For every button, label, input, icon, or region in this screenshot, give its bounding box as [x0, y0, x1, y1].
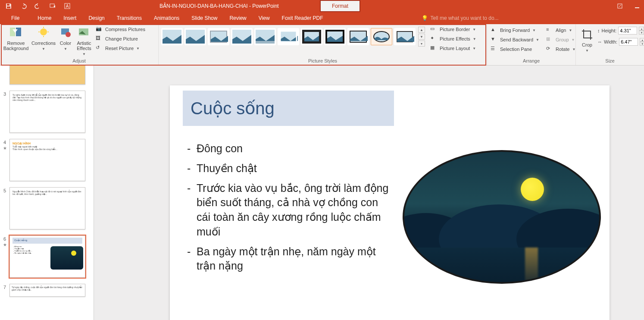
slide-number-7: 7	[3, 285, 6, 290]
picture-layout-button[interactable]: ▦Picture Layout ▼	[430, 44, 476, 53]
slide-body[interactable]: -Đông con -Thuyền chật -Trước kia vào vụ…	[187, 141, 390, 279]
picture-style-7[interactable]	[301, 28, 322, 45]
slide-picture-oval[interactable]	[403, 150, 601, 284]
effects-icon: ✦	[430, 35, 437, 42]
slide-thumbnail-panel[interactable]: 3 Ta nghe được trong lời kể của người đà…	[0, 66, 94, 320]
save-icon[interactable]	[5, 3, 12, 9]
picture-style-beveled-oval-black[interactable]	[371, 28, 392, 45]
height-down[interactable]: ▼	[639, 31, 644, 35]
picture-border-button[interactable]: ▭Picture Border ▼	[430, 25, 476, 34]
selection-pane-button[interactable]: ☰Selection Pane	[491, 45, 539, 53]
align-icon: ≡	[546, 27, 553, 34]
picture-style-3[interactable]	[208, 28, 229, 45]
svg-rect-1	[7, 6, 10, 8]
crop-button[interactable]: Crop▼	[579, 27, 595, 54]
change-picture-button[interactable]: 🖼Change Picture	[96, 35, 145, 43]
menu-review[interactable]: Review	[223, 12, 252, 24]
width-up[interactable]: ▲	[640, 38, 644, 42]
bring-forward-button[interactable]: ▲Bring Forward ▼	[491, 26, 539, 35]
bring-forward-icon: ▲	[491, 27, 497, 34]
picture-style-9[interactable]	[347, 28, 369, 45]
gallery-scroll-down[interactable]: ▼	[418, 34, 425, 40]
gallery-expand[interactable]: ▾	[418, 41, 425, 47]
picture-style-5[interactable]	[254, 28, 276, 45]
svg-point-9	[40, 28, 47, 35]
picture-style-4[interactable]	[231, 28, 253, 45]
height-input[interactable]	[618, 27, 637, 35]
width-icon: ↔	[597, 39, 602, 44]
picture-style-2[interactable]	[184, 28, 206, 45]
slide-thumb-3[interactable]: Ta nghe được trong lời kể của người đàn …	[9, 91, 85, 133]
redo-icon[interactable]	[34, 3, 41, 9]
rotate-button[interactable]: ⟳Rotate ▼	[546, 45, 575, 53]
slide-number-4: 4	[3, 140, 6, 145]
gallery-scroll-up[interactable]: ▲	[418, 27, 425, 33]
picture-style-11[interactable]	[394, 28, 416, 45]
slide-number-5: 5	[3, 188, 6, 193]
menu-design[interactable]: Design	[82, 12, 110, 24]
picture-style-8[interactable]	[324, 28, 346, 45]
slide-canvas-area[interactable]: Cuộc sống -Đông con -Thuyền chật -Trước …	[94, 66, 644, 320]
picture-style-6[interactable]	[278, 28, 299, 45]
menu-view[interactable]: View	[253, 12, 276, 24]
picture-styles-gallery: ▲ ▼ ▾	[160, 25, 426, 48]
reset-icon: ↺	[96, 45, 103, 52]
menu-animations[interactable]: Animations	[148, 12, 185, 24]
send-backward-button[interactable]: ▼Send Backward ▼	[491, 35, 539, 44]
svg-point-15	[66, 32, 71, 37]
animation-star-icon: ★	[3, 146, 7, 151]
align-label: Align	[556, 28, 566, 33]
bring-forward-label: Bring Forward	[500, 28, 530, 33]
ribbon-options-icon[interactable]	[616, 3, 623, 9]
remove-background-button[interactable]: Remove Background	[2, 25, 30, 52]
group-label: Group	[556, 37, 569, 42]
menu-home[interactable]: Home	[31, 12, 57, 24]
menu-transitions[interactable]: Transitions	[111, 12, 148, 24]
slide-thumb-6[interactable]: Cuộc sống - Đông con- Thuyền chật- Trước…	[9, 235, 85, 278]
tell-me-search[interactable]: 💡 Tell me what you want to do...	[422, 15, 499, 21]
minimize-icon[interactable]	[634, 3, 641, 9]
svg-rect-16	[79, 28, 88, 35]
menu-slideshow[interactable]: Slide Show	[185, 12, 223, 24]
align-button[interactable]: ≡Align ▼	[546, 26, 575, 35]
dropdown-arrow-icon: ▼	[136, 47, 140, 50]
slide-thumb-2[interactable]	[9, 66, 85, 85]
height-up[interactable]: ▲	[639, 27, 644, 31]
picture-layout-label: Picture Layout	[440, 46, 470, 51]
menu-file[interactable]: File	[5, 12, 25, 24]
color-button[interactable]: Color▼	[57, 25, 74, 52]
reset-label: Reset Picture	[105, 46, 134, 51]
width-label: Width:	[604, 39, 617, 44]
menu-insert[interactable]: Insert	[57, 12, 82, 24]
adjust-group-label: Adjust	[2, 58, 156, 64]
slide-thumb-7[interactable]: Từ ngày lấy chồng, cuộc đời của người đà…	[9, 284, 85, 297]
slide-thumb-4[interactable]: NGOẠI HÌNHTuổi: trạc ngoài bốn mươiThân …	[9, 139, 85, 181]
picture-effects-label: Picture Effects	[440, 36, 470, 41]
svg-rect-6	[635, 7, 639, 8]
color-label: Color	[60, 41, 71, 46]
dropdown-arrow-icon: ▼	[42, 47, 45, 51]
svg-rect-7	[10, 28, 15, 36]
width-input[interactable]	[619, 38, 638, 46]
artistic-label: Artistic Effects	[77, 41, 91, 51]
slide-number-3: 3	[3, 91, 6, 97]
menu-format-active[interactable]: Format	[320, 0, 360, 12]
slide-thumb-5[interactable]: Nguyễn Minh Châu đã khắc hoạ sức lồ ró n…	[9, 187, 85, 229]
corrections-button[interactable]: Corrections▼	[30, 25, 57, 52]
reset-picture-button[interactable]: ↺Reset Picture ▼	[96, 44, 145, 53]
start-from-beginning-icon[interactable]	[49, 3, 56, 9]
picture-effects-button[interactable]: ✦Picture Effects ▼	[430, 35, 476, 43]
picture-style-1[interactable]	[161, 28, 183, 45]
undo-icon[interactable]	[20, 3, 27, 9]
svg-rect-23	[256, 41, 275, 44]
menu-foxit[interactable]: Foxit Reader PDF	[276, 12, 329, 24]
slide-title-box[interactable]: Cuộc sống	[183, 91, 394, 126]
compress-pictures-button[interactable]: 📷Compress Pictures	[96, 25, 145, 34]
artistic-effects-button[interactable]: Artistic Effects ▼	[74, 25, 94, 57]
width-down[interactable]: ▼	[640, 42, 644, 46]
slide-title-text: Cuộc sống	[191, 98, 275, 118]
group-button[interactable]: ⊞Group ▼	[546, 35, 575, 44]
change-label: Change Picture	[105, 36, 138, 41]
font-icon[interactable]: A	[64, 3, 71, 9]
change-picture-icon: 🖼	[96, 35, 103, 42]
